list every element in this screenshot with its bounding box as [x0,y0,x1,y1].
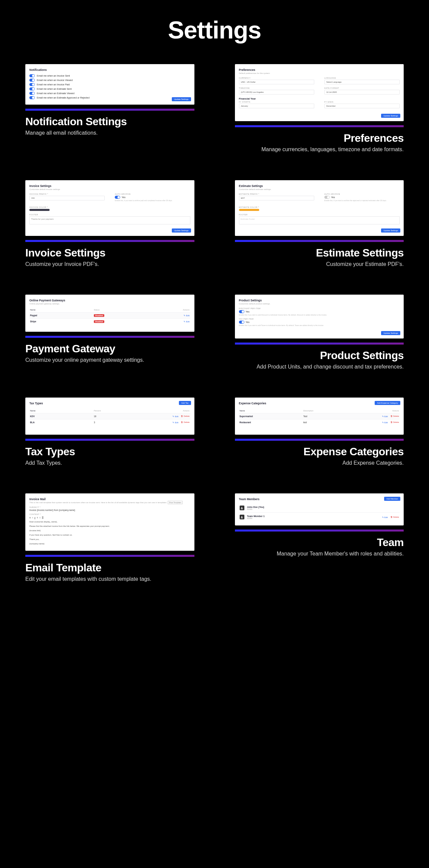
toggle-icon[interactable] [29,83,35,86]
edit-button[interactable]: ✎ Edit [382,415,388,417]
col: Actions [147,309,190,311]
heading: Preferences [239,68,400,72]
ol-icon[interactable]: ≣ [42,517,44,519]
add-expense-button[interactable]: Add Expense Category [375,401,400,405]
prefix-input[interactable]: INV [29,196,105,200]
content-editor[interactable]: Dear {customer.display_name}, Please fin… [29,520,190,545]
col: Percent [94,410,147,412]
member-role: ADMIN [247,508,264,510]
col: Name [30,410,94,412]
label: FOOTER [29,214,190,216]
toggle-icon[interactable] [29,79,35,82]
add-member-button[interactable]: Add Member [384,497,400,501]
exp-name: Restaurant [240,421,303,424]
card-title: Expense Categories [235,445,404,458]
color-picker[interactable] [29,209,50,211]
heading: Invoice Settings [29,184,190,188]
footer-input[interactable]: Thanks for your payment. [29,216,190,224]
edit-button[interactable]: ✎ Edit [382,421,388,424]
subject-input[interactable]: Invoice {invoice.number} from {company.n… [29,509,190,511]
underline-icon[interactable]: U [34,517,35,519]
edit-button[interactable]: ✎ Edit [382,516,388,518]
quote-icon[interactable]: ¶ [37,517,38,519]
member-row: Team Member 1ADMIN ✎ Edit🗑 Delete [239,512,400,521]
col: Name [30,309,94,311]
card-desc: Manage currencies, languages, timezone a… [235,146,404,153]
toggle-icon[interactable] [29,87,35,90]
bold-icon[interactable]: B [29,517,31,519]
add-tax-button[interactable]: Add Tax [179,401,191,405]
toggle-icon[interactable] [29,74,35,77]
archive-note: Enable this, if you want to archive the … [324,199,400,201]
divider [25,336,194,338]
edit-button[interactable]: ✎ Edit [172,415,178,417]
language-select[interactable]: Select Language [324,80,400,84]
member-name: John Doe (You) [247,506,264,508]
toggle-icon[interactable] [239,310,244,313]
note: Enable this if you want to add Discount … [239,314,400,316]
toggle-icon[interactable] [115,196,120,199]
label: TIMEZONE [239,87,314,89]
edit-button[interactable]: ✎ Edit [184,320,189,323]
color-picker[interactable] [239,209,259,211]
table-row: Paypal Disabled ✎ Edit [29,312,190,318]
delete-button[interactable]: 🗑 Delete [181,421,189,424]
delete-button[interactable]: 🗑 Delete [391,516,399,518]
exp-name: Supermarket [240,415,303,417]
heading: Invoice Mail [29,497,190,501]
update-button[interactable]: Update Settings [172,97,191,101]
divider [235,125,404,127]
gw-name: Stripe [30,320,94,323]
fystart-select[interactable]: January [239,104,314,108]
card-desc: Customize your Invoice PDF's. [25,261,194,268]
toggle-icon[interactable] [324,196,330,199]
toggle-icon[interactable] [239,321,244,324]
label: FOOTER [239,214,400,216]
table-row: Restaurant test ✎ Edit🗑 Delete [239,419,400,425]
divider [235,343,404,345]
label: CURRENCY [239,77,314,79]
card-title: Email Template [25,562,194,574]
label: ESTIMATE COLOR * [239,206,400,208]
delete-button[interactable]: 🗑 Delete [391,415,399,417]
card-title: Tax Types [25,445,194,458]
label: FY STARTS [239,101,314,103]
show-templates-button[interactable]: Show Templates [168,501,183,504]
card-team: Team Members Add Member John Doe (You)AD… [235,493,404,583]
toggle-text: Yes [122,196,125,198]
table-row: BLA 3 ✎ Edit🗑 Delete [29,419,190,425]
toggle-label: Email me when an Estimate Approved or Re… [37,97,89,99]
update-button[interactable]: Update Settings [172,228,191,233]
currency-select[interactable]: USD - US Dollar [239,80,314,84]
subheading: Default preferences for the system. [239,72,400,74]
label: LANGUAGE [324,77,400,79]
card-title: Product Settings [235,349,404,362]
fyend-select[interactable]: December [324,104,400,108]
label: INVOICE PREFIX * [29,193,105,195]
card-desc: Add Tax Types. [25,459,194,467]
edit-button[interactable]: ✎ Edit [184,314,189,317]
rte-toolbar[interactable]: BIU¶≡≣ [29,517,190,519]
delete-button[interactable]: 🗑 Delete [391,421,399,424]
list-icon[interactable]: ≡ [39,517,41,519]
toggle-icon[interactable] [29,96,35,99]
member-role: ADMIN [247,517,265,519]
update-button[interactable]: Update Settings [381,228,400,233]
footer-input[interactable]: Estimate Footer [239,216,400,224]
divider [235,530,404,532]
dateformat-select[interactable]: 12.Jul.2020 [324,90,400,94]
toggle-label: Email me when an Estimate Viewed [37,92,75,94]
heading: Notifications [29,68,190,72]
update-button[interactable]: Update Settings [381,114,400,118]
delete-button[interactable]: 🗑 Delete [181,415,189,417]
italic-icon[interactable]: I [32,517,33,519]
timezone-select[interactable]: (UTC-08:00) Los Angeles [239,90,314,94]
tax-name: BLA [30,421,94,424]
update-button[interactable]: Update Settings [381,331,400,335]
edit-button[interactable]: ✎ Edit [172,421,178,424]
table-row: KDV 18 ✎ Edit🗑 Delete [29,413,190,419]
status-badge: Disabled [94,320,104,323]
subheading: Online payment gateway settings. [29,303,190,305]
prefix-input[interactable]: EST [239,196,314,200]
toggle-icon[interactable] [29,92,35,95]
